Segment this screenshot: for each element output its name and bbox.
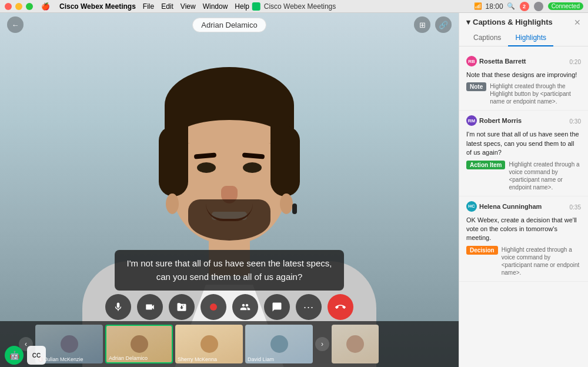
panel-tabs: Captions Highlights	[466, 30, 581, 46]
highlight-user-row-1: RM Robert Morris	[466, 115, 522, 126]
closed-captions-button[interactable]: CC	[27, 346, 46, 365]
badge-note-0: Note	[466, 82, 486, 91]
maximize-button[interactable]	[26, 3, 33, 10]
view-menu[interactable]: View	[177, 2, 199, 11]
highlight-item-2: HC Helena Cunningham 0:35 OK Webex, crea…	[459, 196, 588, 282]
chat-icon	[272, 302, 282, 312]
highlight-quote-2: OK Webex, create a decision that we'll v…	[466, 216, 581, 243]
eye-right	[243, 162, 262, 173]
highlight-desc-1: Highlight created through a voice comman…	[509, 161, 581, 191]
more-button[interactable]: ···	[296, 294, 322, 320]
thumbnail-label-0: 🔇 Julian McKenzie	[38, 356, 101, 362]
participants-button[interactable]	[232, 294, 258, 320]
notification-dot: 2	[520, 2, 529, 11]
caption-text: I'm not sure that all of us have seen th…	[127, 258, 332, 282]
avatar-2: HC	[466, 201, 477, 212]
help-menu[interactable]: Help	[231, 2, 253, 11]
hair-left	[159, 126, 188, 196]
highlight-badge-row-1: Action Item Highlight created through a …	[466, 161, 581, 191]
avatar-1: RM	[466, 115, 477, 126]
panel-close-button[interactable]: ✕	[574, 18, 581, 26]
thumbnail-3[interactable]: David Liam	[245, 325, 313, 363]
highlight-badge-row-0: Note Highlight created through the Highl…	[466, 82, 581, 105]
highlight-badge-row-2: Decision Highlight created through a voi…	[466, 246, 581, 276]
highlight-name-0: Rosetta Barrett	[479, 58, 526, 65]
highlight-item-1: RM Robert Morris 0:30 I'm not sure that …	[459, 111, 588, 196]
bluetooth-earpiece	[292, 203, 297, 214]
chat-button[interactable]	[264, 294, 290, 320]
chevron-down-icon: ▾	[466, 18, 470, 26]
close-button[interactable]	[5, 3, 12, 10]
highlight-quote-0: Note that these designs are improving!	[466, 71, 581, 79]
thumbnail-label-1: Adrian Delamico	[109, 355, 169, 361]
search-icon: 🔍	[507, 2, 515, 10]
highlight-time-2: 0:35	[570, 204, 581, 211]
badge-decision-2: Decision	[466, 246, 498, 255]
share-button[interactable]	[169, 294, 195, 320]
eye-left	[197, 162, 216, 173]
status-dot	[534, 2, 543, 11]
minimize-button[interactable]	[15, 3, 22, 10]
record-icon	[208, 302, 219, 312]
video-button[interactable]	[137, 294, 163, 320]
main-video: ← Adrian Delamico ⊞ 🔗 I'm not sure that …	[0, 13, 459, 367]
more-dots: ···	[303, 301, 314, 313]
thumbnail-1[interactable]: Adrian Delamico	[105, 325, 173, 363]
right-panel: ▾ Captions & Highlights ✕ Captions Highl…	[459, 13, 588, 367]
hair-right	[270, 126, 300, 196]
bottom-left-icons: 🤖 CC	[5, 346, 46, 365]
highlight-name-1: Robert Morris	[479, 117, 522, 124]
webex-bot-button[interactable]: 🤖	[5, 346, 24, 365]
layout-icon-button[interactable]: ⊞	[414, 16, 430, 33]
highlights-list: RB Rosetta Barrett 0:20 Note that these …	[459, 46, 588, 367]
webex-icon	[252, 2, 260, 11]
panel-title-row: ▾ Captions & Highlights ✕	[466, 18, 581, 26]
record-button[interactable]	[201, 294, 226, 320]
speaker-name-badge: Adrian Delamico	[192, 18, 266, 32]
highlight-quote-1: I'm not sure that all of us have seen th…	[466, 130, 581, 157]
mute-button[interactable]	[105, 294, 131, 320]
end-call-icon	[335, 302, 346, 312]
window-title-text: Cisco Webex Meetings	[264, 2, 336, 11]
main-container: ← Adrian Delamico ⊞ 🔗 I'm not sure that …	[0, 13, 588, 367]
title-bar: 🍎 Cisco Webex Meetings File Edit View Wi…	[0, 0, 588, 13]
thumbnail-2[interactable]: Sherry McKenna	[175, 325, 243, 363]
beard	[188, 199, 270, 241]
end-call-button[interactable]	[328, 294, 353, 320]
meeting-controls: ···	[0, 294, 459, 320]
highlight-header-1: RM Robert Morris 0:30	[466, 115, 581, 128]
back-button[interactable]: ←	[7, 16, 24, 33]
badge-action-1: Action Item	[466, 161, 505, 169]
tab-highlights[interactable]: Highlights	[508, 30, 553, 46]
title-bar-right: 📶 18:00 🔍 2 Connected	[474, 2, 583, 11]
wifi-icon: 📶	[474, 2, 482, 10]
menu-bar: 🍎 Cisco Webex Meetings File Edit View Wi…	[38, 2, 253, 11]
highlight-desc-0: Highlight created through the Highlight …	[490, 82, 581, 105]
highlight-time-1: 0:30	[570, 118, 581, 125]
thumbnail-4[interactable]	[332, 325, 379, 363]
lock-icon-button[interactable]: 🔗	[435, 16, 452, 33]
highlight-desc-2: Highlight created through a voice comman…	[502, 246, 581, 276]
apple-menu[interactable]: 🍎	[38, 2, 54, 11]
app-name[interactable]: Cisco Webex Meetings	[56, 2, 139, 11]
video-icon	[145, 302, 155, 312]
video-top-bar: ← Adrian Delamico ⊞ 🔗	[0, 13, 459, 36]
time-display: 18:00	[486, 2, 503, 11]
panel-title: ▾ Captions & Highlights	[466, 18, 553, 26]
window-menu[interactable]: Window	[199, 2, 232, 11]
edit-menu[interactable]: Edit	[158, 2, 177, 11]
highlight-user-row-0: RB Rosetta Barrett	[466, 56, 526, 66]
thumbnail-label-2: Sherry McKenna	[178, 356, 240, 362]
ear-right	[280, 193, 293, 214]
mic-icon	[113, 302, 123, 312]
panel-header: ▾ Captions & Highlights ✕ Captions Highl…	[459, 13, 588, 46]
thumbnail-label-3: David Liam	[248, 356, 310, 362]
file-menu[interactable]: File	[139, 2, 158, 11]
thumb-next-button[interactable]: ›	[315, 337, 329, 351]
highlight-user-row-2: HC Helena Cunningham	[466, 201, 542, 212]
highlight-time-0: 0:20	[570, 59, 581, 65]
avatar-0: RB	[466, 56, 477, 66]
connected-badge: Connected	[548, 2, 583, 10]
tab-captions[interactable]: Captions	[466, 30, 508, 46]
share-icon	[176, 302, 187, 312]
